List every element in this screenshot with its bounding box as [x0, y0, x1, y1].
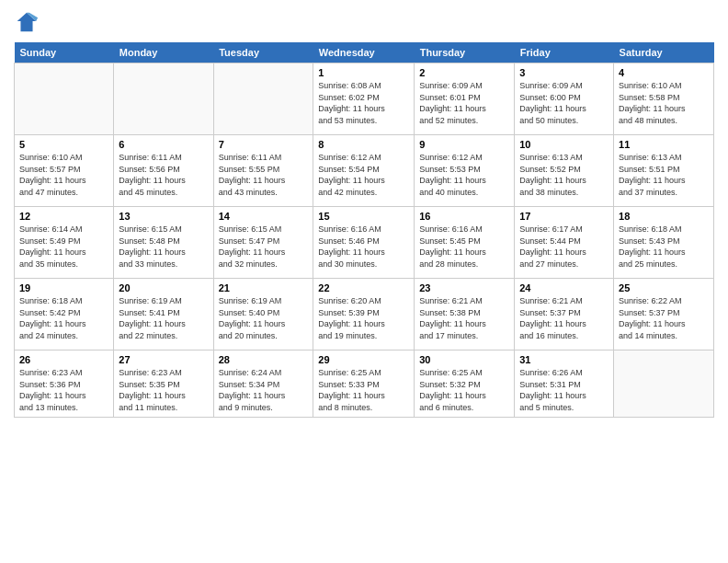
day-number: 13	[119, 211, 208, 222]
day-info: Sunrise: 6:10 AM Sunset: 5:58 PM Dayligh…	[619, 80, 709, 126]
calendar-cell: 14Sunrise: 6:15 AM Sunset: 5:47 PM Dayli…	[213, 207, 313, 279]
day-info: Sunrise: 6:25 AM Sunset: 5:33 PM Dayligh…	[318, 367, 409, 413]
calendar-cell: 5Sunrise: 6:10 AM Sunset: 5:57 PM Daylig…	[15, 135, 114, 207]
calendar-cell: 2Sunrise: 6:09 AM Sunset: 6:01 PM Daylig…	[415, 63, 515, 135]
day-info: Sunrise: 6:21 AM Sunset: 5:37 PM Dayligh…	[519, 295, 609, 341]
calendar-cell	[15, 63, 114, 135]
day-info: Sunrise: 6:22 AM Sunset: 5:37 PM Dayligh…	[619, 295, 709, 341]
calendar-cell: 9Sunrise: 6:12 AM Sunset: 5:53 PM Daylig…	[415, 135, 515, 207]
day-number: 5	[19, 139, 108, 150]
day-number: 24	[519, 282, 609, 293]
day-info: Sunrise: 6:23 AM Sunset: 5:35 PM Dayligh…	[119, 367, 208, 413]
day-number: 20	[119, 282, 208, 293]
day-number: 28	[219, 354, 309, 365]
day-info: Sunrise: 6:26 AM Sunset: 5:31 PM Dayligh…	[519, 367, 609, 413]
day-info: Sunrise: 6:12 AM Sunset: 5:54 PM Dayligh…	[318, 152, 409, 198]
day-info: Sunrise: 6:12 AM Sunset: 5:53 PM Dayligh…	[419, 152, 509, 198]
day-info: Sunrise: 6:18 AM Sunset: 5:42 PM Dayligh…	[19, 295, 108, 341]
calendar-cell: 4Sunrise: 6:10 AM Sunset: 5:58 PM Daylig…	[614, 63, 714, 135]
calendar-cell: 1Sunrise: 6:08 AM Sunset: 6:02 PM Daylig…	[313, 63, 415, 135]
calendar-cell: 20Sunrise: 6:19 AM Sunset: 5:41 PM Dayli…	[114, 279, 213, 350]
day-info: Sunrise: 6:21 AM Sunset: 5:38 PM Dayligh…	[419, 295, 509, 341]
day-info: Sunrise: 6:16 AM Sunset: 5:45 PM Dayligh…	[419, 224, 509, 270]
calendar-cell: 29Sunrise: 6:25 AM Sunset: 5:33 PM Dayli…	[313, 350, 415, 418]
day-number: 16	[419, 211, 509, 222]
day-number: 6	[119, 139, 208, 150]
calendar-cell: 3Sunrise: 6:09 AM Sunset: 6:00 PM Daylig…	[515, 63, 614, 135]
day-info: Sunrise: 6:25 AM Sunset: 5:32 PM Dayligh…	[419, 367, 509, 413]
day-info: Sunrise: 6:20 AM Sunset: 5:39 PM Dayligh…	[318, 295, 409, 341]
calendar-cell: 18Sunrise: 6:18 AM Sunset: 5:43 PM Dayli…	[614, 207, 714, 279]
day-number: 11	[619, 139, 709, 150]
day-info: Sunrise: 6:16 AM Sunset: 5:46 PM Dayligh…	[318, 224, 409, 270]
day-info: Sunrise: 6:19 AM Sunset: 5:40 PM Dayligh…	[219, 295, 309, 341]
day-info: Sunrise: 6:24 AM Sunset: 5:34 PM Dayligh…	[219, 367, 309, 413]
logo-icon	[14, 9, 40, 35]
day-info: Sunrise: 6:10 AM Sunset: 5:57 PM Dayligh…	[19, 152, 108, 198]
day-number: 4	[619, 67, 709, 78]
day-number: 14	[219, 211, 309, 222]
calendar-week-1: 1Sunrise: 6:08 AM Sunset: 6:02 PM Daylig…	[15, 63, 714, 135]
day-info: Sunrise: 6:14 AM Sunset: 5:49 PM Dayligh…	[19, 224, 108, 270]
day-number: 30	[419, 354, 509, 365]
calendar-cell	[114, 63, 213, 135]
day-header-friday: Friday	[515, 42, 614, 63]
day-info: Sunrise: 6:18 AM Sunset: 5:43 PM Dayligh…	[619, 224, 709, 270]
calendar-cell: 22Sunrise: 6:20 AM Sunset: 5:39 PM Dayli…	[313, 279, 415, 350]
day-info: Sunrise: 6:17 AM Sunset: 5:44 PM Dayligh…	[519, 224, 609, 270]
day-info: Sunrise: 6:15 AM Sunset: 5:48 PM Dayligh…	[119, 224, 208, 270]
day-number: 8	[318, 139, 409, 150]
calendar-cell: 17Sunrise: 6:17 AM Sunset: 5:44 PM Dayli…	[515, 207, 614, 279]
header	[14, 9, 714, 35]
day-number: 29	[318, 354, 409, 365]
day-info: Sunrise: 6:11 AM Sunset: 5:55 PM Dayligh…	[219, 152, 309, 198]
calendar-header-row: SundayMondayTuesdayWednesdayThursdayFrid…	[15, 42, 714, 63]
day-header-sunday: Sunday	[15, 42, 114, 63]
calendar-cell: 19Sunrise: 6:18 AM Sunset: 5:42 PM Dayli…	[15, 279, 114, 350]
day-info: Sunrise: 6:23 AM Sunset: 5:36 PM Dayligh…	[19, 367, 108, 413]
calendar-week-5: 26Sunrise: 6:23 AM Sunset: 5:36 PM Dayli…	[15, 350, 714, 418]
calendar-week-3: 12Sunrise: 6:14 AM Sunset: 5:49 PM Dayli…	[15, 207, 714, 279]
calendar-cell: 15Sunrise: 6:16 AM Sunset: 5:46 PM Dayli…	[313, 207, 415, 279]
day-number: 22	[318, 282, 409, 293]
calendar-cell	[614, 350, 714, 418]
day-number: 18	[619, 211, 709, 222]
day-number: 7	[219, 139, 309, 150]
day-number: 27	[119, 354, 208, 365]
day-info: Sunrise: 6:09 AM Sunset: 6:00 PM Dayligh…	[519, 80, 609, 126]
calendar-cell	[213, 63, 313, 135]
day-number: 2	[419, 67, 509, 78]
day-info: Sunrise: 6:09 AM Sunset: 6:01 PM Dayligh…	[419, 80, 509, 126]
day-number: 15	[318, 211, 409, 222]
day-header-wednesday: Wednesday	[313, 42, 415, 63]
day-header-monday: Monday	[114, 42, 213, 63]
calendar-cell: 28Sunrise: 6:24 AM Sunset: 5:34 PM Dayli…	[213, 350, 313, 418]
calendar-cell: 27Sunrise: 6:23 AM Sunset: 5:35 PM Dayli…	[114, 350, 213, 418]
day-number: 10	[519, 139, 609, 150]
calendar-cell: 13Sunrise: 6:15 AM Sunset: 5:48 PM Dayli…	[114, 207, 213, 279]
logo	[14, 9, 43, 35]
day-info: Sunrise: 6:19 AM Sunset: 5:41 PM Dayligh…	[119, 295, 208, 341]
calendar-week-4: 19Sunrise: 6:18 AM Sunset: 5:42 PM Dayli…	[15, 279, 714, 350]
day-number: 1	[318, 67, 409, 78]
calendar-cell: 10Sunrise: 6:13 AM Sunset: 5:52 PM Dayli…	[515, 135, 614, 207]
day-number: 9	[419, 139, 509, 150]
day-number: 3	[519, 67, 609, 78]
day-info: Sunrise: 6:13 AM Sunset: 5:51 PM Dayligh…	[619, 152, 709, 198]
calendar-cell: 7Sunrise: 6:11 AM Sunset: 5:55 PM Daylig…	[213, 135, 313, 207]
calendar-week-2: 5Sunrise: 6:10 AM Sunset: 5:57 PM Daylig…	[15, 135, 714, 207]
calendar-cell: 31Sunrise: 6:26 AM Sunset: 5:31 PM Dayli…	[515, 350, 614, 418]
calendar-cell: 8Sunrise: 6:12 AM Sunset: 5:54 PM Daylig…	[313, 135, 415, 207]
calendar-cell: 24Sunrise: 6:21 AM Sunset: 5:37 PM Dayli…	[515, 279, 614, 350]
calendar-cell: 16Sunrise: 6:16 AM Sunset: 5:45 PM Dayli…	[415, 207, 515, 279]
day-number: 31	[519, 354, 609, 365]
calendar-cell: 6Sunrise: 6:11 AM Sunset: 5:56 PM Daylig…	[114, 135, 213, 207]
day-number: 26	[19, 354, 108, 365]
calendar-cell: 21Sunrise: 6:19 AM Sunset: 5:40 PM Dayli…	[213, 279, 313, 350]
calendar-cell: 11Sunrise: 6:13 AM Sunset: 5:51 PM Dayli…	[614, 135, 714, 207]
day-info: Sunrise: 6:13 AM Sunset: 5:52 PM Dayligh…	[519, 152, 609, 198]
day-info: Sunrise: 6:11 AM Sunset: 5:56 PM Dayligh…	[119, 152, 208, 198]
calendar-cell: 12Sunrise: 6:14 AM Sunset: 5:49 PM Dayli…	[15, 207, 114, 279]
day-number: 21	[219, 282, 309, 293]
day-number: 17	[519, 211, 609, 222]
